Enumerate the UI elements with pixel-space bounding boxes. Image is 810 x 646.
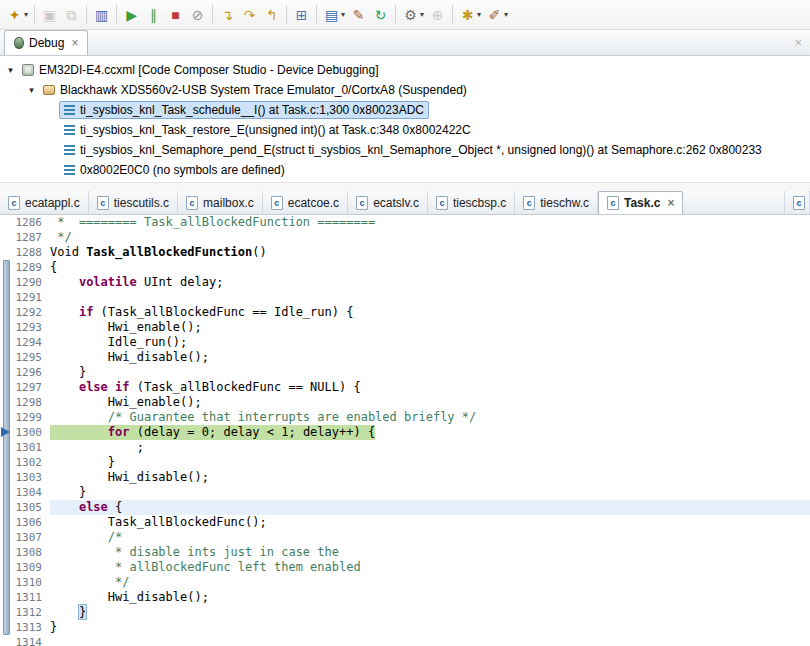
tree-expander-icon[interactable]: ▾ (25, 85, 38, 95)
c-file-icon: c (607, 196, 619, 210)
editor-tab-Task.c[interactable]: cTask.c× (598, 191, 683, 214)
debug-tree-row[interactable]: ti_sysbios_knl_Task_restore_E(unsigned i… (0, 120, 810, 140)
tree-row-label: Blackhawk XDS560v2-USB System Trace Emul… (60, 83, 467, 97)
pin-button[interactable]: ✐▾ (484, 3, 510, 26)
debug-tree-row[interactable]: ti_sysbios_knl_Semaphore_pend_E(struct t… (0, 140, 810, 160)
code-token: Hwi_disable(); (50, 470, 209, 484)
c-file-icon: c (186, 196, 198, 210)
suspend-button[interactable]: ∥ (143, 3, 164, 26)
code-text: } (50, 605, 86, 619)
view-tab-label: Debug (29, 36, 64, 50)
main-toolbar: ✦▾▣⧉▥▶∥■⊘↴↷↰⊞▤▾✎↻⚙▾⊕✱▾✐▾ (0, 0, 810, 30)
code-line-content: Void Task_allBlockedFunction() (50, 245, 810, 260)
c-file-icon: c (523, 196, 535, 210)
dropdown-caret-icon[interactable]: ▾ (24, 10, 28, 19)
line-number: 1312 (14, 605, 50, 620)
code-token: (delay = 0; delay < 1; delay++) { (129, 425, 375, 439)
dropdown-caret-icon[interactable]: ▾ (420, 10, 424, 19)
code-token: Hwi_enable(); (50, 395, 202, 409)
code-line: 1289{ (0, 260, 810, 275)
terminate-button[interactable]: ■ (165, 3, 186, 26)
new-button[interactable]: ✦▾ (4, 3, 30, 26)
view-menu-icon[interactable]: × (794, 35, 810, 55)
console-icon: ▥ (93, 5, 110, 25)
code-line-content: } (50, 605, 810, 620)
code-area[interactable]: 1286 * ======== Task_allBlockedFunction … (0, 215, 810, 646)
editor-tab-mailbox.c[interactable]: cmailbox.c (178, 191, 263, 214)
editor-tab-ecatcoe.c[interactable]: cecatcoe.c (263, 191, 348, 214)
tree-row-label: ti_sysbios_knl_Task_restore_E(unsigned i… (80, 123, 471, 137)
screen-icon: ▤ (323, 5, 340, 25)
view-tab-debug[interactable]: Debug × (4, 30, 88, 55)
matched-bracket: } (79, 605, 86, 619)
line-number: 1305 (14, 500, 50, 515)
line-number: 1295 (14, 350, 50, 365)
terminate-icon: ■ (167, 5, 184, 25)
trace-icon: ✎ (350, 5, 367, 25)
dropdown-caret-icon[interactable]: ▾ (504, 10, 508, 19)
trace-button[interactable]: ✎ (348, 3, 369, 26)
editor-tab-partial[interactable]: c (784, 191, 810, 214)
toolbar-separator (286, 5, 287, 24)
code-line-content: Hwi_enable(); (50, 320, 810, 335)
tree-row-label: ti_sysbios_knl_Semaphore_pend_E(struct t… (80, 143, 762, 157)
code-token: } (50, 455, 115, 469)
debug-tree-row[interactable]: 0x8002E0C0 (no symbols are defined) (0, 160, 810, 180)
line-number: 1303 (14, 470, 50, 485)
code-line: 1314 (0, 635, 810, 646)
code-text: } (50, 365, 86, 379)
console-button[interactable]: ▥ (91, 3, 112, 26)
target-config-button[interactable]: ✱▾ (457, 3, 483, 26)
disconnect-icon: ⊘ (189, 5, 206, 25)
code-token: () (252, 245, 266, 259)
debug-tree-row[interactable]: ti_sysbios_knl_Task_schedule__I() at Tas… (0, 100, 810, 120)
close-icon[interactable]: × (667, 196, 674, 210)
screen-button[interactable]: ▤▾ (321, 3, 347, 26)
c-file-icon: c (97, 196, 109, 210)
code-text: */ (50, 230, 72, 244)
horizontal-sash[interactable] (0, 182, 810, 191)
step-return-button[interactable]: ↰ (261, 3, 282, 26)
code-line-content: Hwi_enable(); (50, 395, 810, 410)
stack-frame-icon (64, 165, 75, 175)
tree-expander-icon[interactable]: ▾ (4, 65, 17, 75)
resume-button[interactable]: ▶ (121, 3, 142, 26)
disconnect-button[interactable]: ⊘ (187, 3, 208, 26)
refresh-button[interactable]: ↻ (370, 3, 391, 26)
editor-tabbar: cecatappl.cctiescutils.ccmailbox.ccecatc… (0, 191, 810, 215)
step-over-button[interactable]: ↷ (239, 3, 260, 26)
code-line-content: Idle_run(); (50, 335, 810, 350)
dropdown-caret-icon[interactable]: ▾ (341, 10, 345, 19)
debug-tree-row[interactable]: ▾EM32DI-E4.ccxml [Code Composer Studio -… (0, 60, 810, 80)
code-token (50, 410, 108, 424)
tree-row-content: ti_sysbios_knl_Semaphore_pend_E(struct t… (59, 141, 767, 159)
close-icon[interactable]: × (71, 36, 78, 50)
stack-frame-icon (64, 125, 75, 135)
editor-tab-ecatappl.c[interactable]: cecatappl.c (0, 191, 89, 214)
code-line: 1294 Idle_run(); (0, 335, 810, 350)
c-file-icon: c (436, 196, 448, 210)
build-button[interactable]: ⚙▾ (400, 3, 426, 26)
code-line: 1296 } (0, 365, 810, 380)
registers-button[interactable]: ⊞ (291, 3, 312, 26)
editor-tab-tiescutils.c[interactable]: ctiescutils.c (89, 191, 178, 214)
debug-tree-row[interactable]: ▾Blackhawk XDS560v2-USB System Trace Emu… (0, 80, 810, 100)
code-line-content (50, 290, 810, 305)
code-token (50, 500, 79, 514)
line-number: 1293 (14, 320, 50, 335)
dropdown-caret-icon[interactable]: ▾ (477, 10, 481, 19)
editor-tab-tiescbsp.c[interactable]: ctiescbsp.c (428, 191, 515, 214)
code-token (50, 275, 79, 289)
code-line-content: } (50, 485, 810, 500)
code-line: 1290 volatile UInt delay; (0, 275, 810, 290)
code-text: volatile UInt delay; (50, 275, 223, 289)
editor-tab-tieschw.c[interactable]: ctieschw.c (515, 191, 598, 214)
code-line-content: { (50, 260, 810, 275)
editor-tab-label: mailbox.c (203, 196, 254, 210)
editor-tab-label: Task.c (624, 196, 660, 210)
step-into-button[interactable]: ↴ (217, 3, 238, 26)
code-text: } (50, 455, 115, 469)
editor-tab-label: ecatslv.c (373, 196, 419, 210)
code-token: { (50, 260, 57, 274)
editor-tab-ecatslv.c[interactable]: cecatslv.c (348, 191, 428, 214)
